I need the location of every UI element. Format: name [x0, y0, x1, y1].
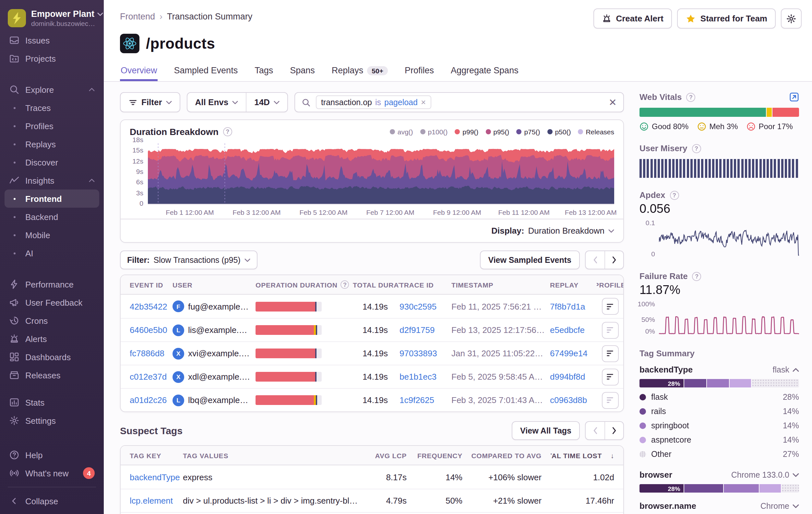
legend-avg[interactable]: avg() [390, 128, 413, 136]
col-user[interactable]: USER [173, 281, 256, 289]
sidebar-item-replays[interactable]: Replays [0, 135, 104, 153]
tag-legend-item[interactable]: flask28% [639, 390, 799, 404]
chevron-up-icon[interactable] [89, 88, 95, 91]
sidebar-item-performance[interactable]: Performance [0, 275, 104, 293]
profile-button[interactable] [602, 298, 618, 315]
view-sampled-events-button[interactable]: View Sampled Events [480, 250, 580, 269]
col-tag-values[interactable]: TAG VALUES [183, 451, 367, 459]
col-profile[interactable]: PROFILE [597, 281, 623, 289]
sidebar-item-traces[interactable]: Traces [0, 99, 104, 117]
view-all-tags-button[interactable]: View All Tags [512, 421, 580, 440]
search-input[interactable]: transaction.op is pageload × ✕ [294, 92, 624, 112]
prev-page-button[interactable] [586, 251, 605, 269]
settings-button[interactable] [781, 8, 802, 29]
tab-spans[interactable]: Spans [289, 62, 316, 81]
legend-p50[interactable]: p50() [547, 128, 571, 136]
col-tag-key[interactable]: TAG KEY [121, 451, 183, 459]
legend-p100[interactable]: p100() [420, 128, 448, 136]
org-switcher[interactable]: Empower Plant dominik.buszowiec… [0, 5, 104, 31]
sidebar-item-discover[interactable]: Discover [0, 153, 104, 171]
environment-selector[interactable]: All Envs [187, 93, 246, 112]
filter-button[interactable]: Filter [121, 93, 180, 112]
event-id-link[interactable]: 6460e5b0 [121, 325, 173, 335]
sidebar-item-projects[interactable]: Projects [0, 49, 104, 67]
event-id-link[interactable]: a01d2c26 [121, 395, 173, 405]
sidebar-item-stats[interactable]: Stats [0, 393, 104, 411]
profile-button[interactable] [602, 322, 618, 339]
profile-button[interactable] [602, 368, 618, 385]
clear-search-icon[interactable]: ✕ [609, 97, 617, 107]
profile-button[interactable] [602, 345, 618, 362]
sidebar-item-ai[interactable]: AI [0, 244, 104, 262]
profile-button[interactable] [602, 392, 618, 409]
tab-aggregate-spans[interactable]: Aggregate Spans [450, 62, 519, 81]
col-timestamp[interactable]: TIMESTAMP [452, 281, 550, 289]
sidebar-item-alerts[interactable]: Alerts [0, 330, 104, 348]
tab-tags[interactable]: Tags [254, 62, 274, 81]
replay-link[interactable]: 7f8b7d1a [550, 301, 597, 311]
date-range-selector[interactable]: 14D [246, 93, 287, 112]
tag-legend-item[interactable]: Other27% [639, 447, 799, 461]
trace-id-link[interactable]: be1b1ec3 [400, 372, 452, 382]
legend-p95[interactable]: p95() [486, 128, 509, 136]
chevron-up-icon[interactable] [89, 179, 95, 182]
sidebar-item-mobile[interactable]: Mobile [0, 226, 104, 244]
event-id-link[interactable]: fc7886d8 [121, 349, 173, 358]
prev-page-button[interactable] [586, 422, 605, 439]
display-dropdown[interactable]: Duration Breakdown [528, 226, 614, 236]
tag-legend-item[interactable]: rails14% [639, 404, 799, 418]
remove-token-icon[interactable]: × [421, 98, 426, 106]
event-id-link[interactable]: 42b35422 [121, 301, 173, 311]
replay-link[interactable]: 67499e14 [550, 349, 597, 358]
tab-profiles[interactable]: Profiles [404, 62, 435, 81]
sidebar-item-issues[interactable]: Issues [0, 31, 104, 49]
sidebar-item-crons[interactable]: Crons [0, 312, 104, 330]
replay-link[interactable]: c0963d8b [550, 395, 597, 405]
starred-for-team-button[interactable]: Starred for Team [677, 8, 776, 29]
sidebar-item-help[interactable]: Help [0, 446, 104, 464]
legend-p75[interactable]: p75() [516, 128, 540, 136]
sidebar-item-profiles[interactable]: Profiles [0, 117, 104, 135]
trace-id-link[interactable]: d2f91759 [400, 325, 452, 335]
tag-value-dropdown[interactable]: Chrome [760, 502, 799, 510]
sidebar-item-user-feedback[interactable]: User Feedback [0, 293, 104, 312]
search-token-transaction-op[interactable]: transaction.op is pageload × [316, 96, 431, 109]
tag-key-link[interactable]: lcp.element [121, 496, 183, 506]
next-page-button[interactable] [605, 251, 623, 269]
sidebar-item-explore[interactable]: Explore [0, 80, 104, 99]
col-avg-lcp[interactable]: AVG LCP [367, 451, 416, 459]
tag-value-dropdown[interactable]: Chrome 133.0.0 [731, 470, 799, 479]
sidebar-item-releases[interactable]: Releases [0, 366, 104, 384]
col-event-id[interactable]: EVENT ID [121, 281, 173, 289]
create-alert-button[interactable]: Create Alert [593, 8, 672, 29]
col-operation-duration[interactable]: OPERATION DURATION? [256, 280, 353, 289]
trace-id-link[interactable]: 1c9f2625 [400, 395, 452, 405]
col-trace-id[interactable]: TRACE ID [400, 281, 452, 289]
sidebar-collapse-button[interactable]: Collapse [0, 492, 104, 510]
sidebar-item-dashboards[interactable]: Dashboards [0, 348, 104, 366]
tab-sampled-events[interactable]: Sampled Events [173, 62, 239, 81]
col-total-duration[interactable]: TOTAL DURATION [353, 281, 400, 289]
sidebar-item-insights[interactable]: Insights [0, 171, 104, 190]
tag-key-link[interactable]: backendType [121, 472, 183, 482]
event-id-link[interactable]: c012e37d [121, 372, 173, 382]
col-frequency[interactable]: FREQUENCY [416, 451, 471, 459]
events-filter-dropdown[interactable]: Filter:Slow Transactions (p95) [120, 250, 258, 269]
tab-overview[interactable]: Overview [120, 62, 158, 81]
tag-legend-item[interactable]: springboot14% [639, 418, 799, 433]
sidebar-item-settings[interactable]: Settings [0, 411, 104, 430]
trace-id-link[interactable]: 97033893 [400, 349, 452, 358]
replay-link[interactable]: e5edbcfe [550, 325, 597, 335]
trace-id-link[interactable]: 930c2595 [400, 301, 452, 311]
breadcrumb-frontend[interactable]: Frontend [120, 12, 155, 21]
sidebar-item-whats-new[interactable]: What's new4 [0, 464, 104, 482]
sidebar-item-backend[interactable]: Backend [0, 208, 104, 226]
col-replay[interactable]: REPLAY [550, 281, 597, 289]
open-in-new-icon[interactable] [789, 92, 799, 102]
next-page-button[interactable] [605, 422, 623, 439]
tag-value-dropdown[interactable]: flask [773, 365, 799, 374]
tag-legend-item[interactable]: aspnetcore14% [639, 433, 799, 447]
replay-link[interactable]: d994bf8d [550, 372, 597, 382]
legend-releases[interactable]: Releases [578, 128, 614, 136]
legend-p99[interactable]: p99() [455, 128, 478, 136]
